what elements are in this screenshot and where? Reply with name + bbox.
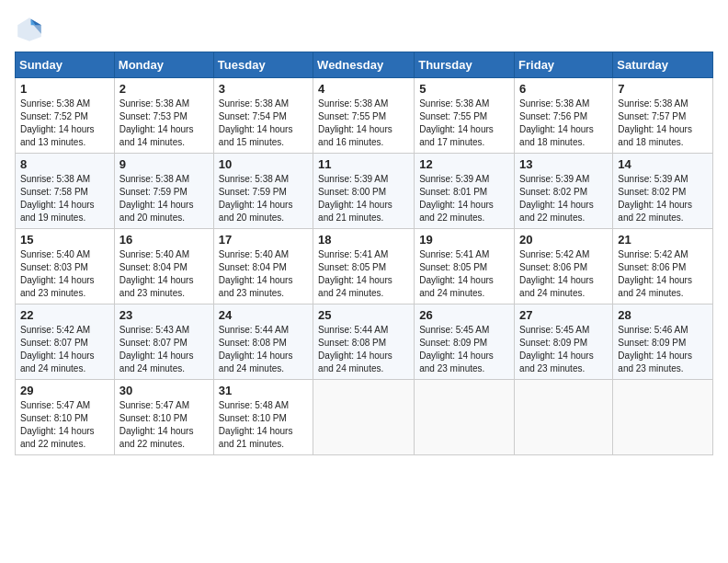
day-info: Sunrise: 5:42 AMSunset: 8:06 PMDaylight:… — [519, 248, 608, 300]
calendar-cell: 8Sunrise: 5:38 AMSunset: 7:58 PMDaylight… — [16, 154, 115, 229]
day-info: Sunrise: 5:39 AMSunset: 8:00 PMDaylight:… — [318, 173, 409, 224]
day-number: 26 — [419, 308, 509, 322]
day-number: 6 — [519, 82, 608, 96]
day-info: Sunrise: 5:44 AMSunset: 8:08 PMDaylight:… — [318, 324, 409, 375]
day-number: 3 — [219, 82, 308, 96]
day-info: Sunrise: 5:41 AMSunset: 8:05 PMDaylight:… — [318, 248, 409, 300]
day-number: 20 — [519, 233, 608, 247]
calendar-header-row: SundayMondayTuesdayWednesdayThursdayFrid… — [16, 52, 713, 78]
calendar-cell: 28Sunrise: 5:46 AMSunset: 8:09 PMDayligh… — [613, 304, 713, 380]
day-number: 16 — [119, 233, 209, 247]
day-number: 13 — [519, 157, 608, 171]
calendar-cell: 30Sunrise: 5:47 AMSunset: 8:10 PMDayligh… — [114, 380, 213, 455]
day-info: Sunrise: 5:38 AMSunset: 7:57 PMDaylight:… — [618, 98, 708, 149]
calendar-cell: 23Sunrise: 5:43 AMSunset: 8:07 PMDayligh… — [114, 304, 213, 380]
calendar-cell: 21Sunrise: 5:42 AMSunset: 8:06 PMDayligh… — [613, 229, 713, 304]
weekday-header-sunday: Sunday — [16, 52, 115, 78]
calendar-cell: 18Sunrise: 5:41 AMSunset: 8:05 PMDayligh… — [313, 229, 415, 304]
calendar-week-row: 1Sunrise: 5:38 AMSunset: 7:52 PMDaylight… — [16, 78, 713, 154]
day-info: Sunrise: 5:38 AMSunset: 7:58 PMDaylight:… — [20, 173, 109, 224]
day-info: Sunrise: 5:44 AMSunset: 8:08 PMDaylight:… — [219, 324, 308, 375]
day-number: 14 — [618, 157, 708, 171]
day-info: Sunrise: 5:39 AMSunset: 8:02 PMDaylight:… — [519, 173, 608, 224]
calendar-cell: 3Sunrise: 5:38 AMSunset: 7:54 PMDaylight… — [213, 78, 313, 154]
calendar-cell: 11Sunrise: 5:39 AMSunset: 8:00 PMDayligh… — [313, 154, 415, 229]
day-info: Sunrise: 5:43 AMSunset: 8:07 PMDaylight:… — [119, 324, 209, 375]
day-info: Sunrise: 5:39 AMSunset: 8:01 PMDaylight:… — [419, 173, 509, 224]
calendar-cell: 24Sunrise: 5:44 AMSunset: 8:08 PMDayligh… — [213, 304, 313, 380]
calendar-cell: 12Sunrise: 5:39 AMSunset: 8:01 PMDayligh… — [415, 154, 515, 229]
calendar-cell: 17Sunrise: 5:40 AMSunset: 8:04 PMDayligh… — [213, 229, 313, 304]
day-number: 22 — [20, 308, 109, 322]
day-info: Sunrise: 5:46 AMSunset: 8:09 PMDaylight:… — [618, 324, 708, 375]
day-number: 31 — [219, 384, 308, 397]
day-info: Sunrise: 5:40 AMSunset: 8:04 PMDaylight:… — [219, 248, 308, 300]
day-number: 17 — [219, 233, 308, 247]
day-number: 27 — [519, 308, 608, 322]
day-info: Sunrise: 5:42 AMSunset: 8:06 PMDaylight:… — [618, 248, 708, 300]
calendar-week-row: 15Sunrise: 5:40 AMSunset: 8:03 PMDayligh… — [16, 229, 713, 304]
calendar-cell: 2Sunrise: 5:38 AMSunset: 7:53 PMDaylight… — [114, 78, 213, 154]
weekday-header-monday: Monday — [114, 52, 213, 78]
day-number: 5 — [419, 82, 509, 96]
day-info: Sunrise: 5:38 AMSunset: 7:55 PMDaylight:… — [318, 98, 409, 149]
calendar-cell: 25Sunrise: 5:44 AMSunset: 8:08 PMDayligh… — [313, 304, 415, 380]
day-info: Sunrise: 5:38 AMSunset: 7:56 PMDaylight:… — [519, 98, 608, 149]
day-info: Sunrise: 5:40 AMSunset: 8:03 PMDaylight:… — [20, 248, 109, 300]
calendar-cell: 31Sunrise: 5:48 AMSunset: 8:10 PMDayligh… — [213, 380, 313, 455]
calendar-week-row: 8Sunrise: 5:38 AMSunset: 7:58 PMDaylight… — [16, 154, 713, 229]
day-info: Sunrise: 5:45 AMSunset: 8:09 PMDaylight:… — [519, 324, 608, 375]
day-info: Sunrise: 5:38 AMSunset: 7:59 PMDaylight:… — [119, 173, 209, 224]
day-number: 21 — [618, 233, 708, 247]
day-info: Sunrise: 5:47 AMSunset: 8:10 PMDaylight:… — [20, 399, 109, 451]
calendar-cell — [415, 380, 515, 455]
calendar-cell: 7Sunrise: 5:38 AMSunset: 7:57 PMDaylight… — [613, 78, 713, 154]
calendar-cell: 26Sunrise: 5:45 AMSunset: 8:09 PMDayligh… — [415, 304, 515, 380]
day-info: Sunrise: 5:48 AMSunset: 8:10 PMDaylight:… — [219, 399, 308, 451]
day-number: 9 — [119, 157, 209, 171]
day-number: 15 — [20, 233, 109, 247]
day-number: 2 — [119, 82, 209, 96]
day-number: 4 — [318, 82, 409, 96]
logo-icon — [15, 15, 44, 44]
day-number: 19 — [419, 233, 509, 247]
calendar-table: SundayMondayTuesdayWednesdayThursdayFrid… — [15, 52, 713, 455]
calendar-cell: 9Sunrise: 5:38 AMSunset: 7:59 PMDaylight… — [114, 154, 213, 229]
calendar-cell: 27Sunrise: 5:45 AMSunset: 8:09 PMDayligh… — [515, 304, 613, 380]
calendar-cell: 4Sunrise: 5:38 AMSunset: 7:55 PMDaylight… — [313, 78, 415, 154]
day-info: Sunrise: 5:40 AMSunset: 8:04 PMDaylight:… — [119, 248, 209, 300]
weekday-header-saturday: Saturday — [613, 52, 713, 78]
weekday-header-wednesday: Wednesday — [313, 52, 415, 78]
day-number: 29 — [20, 384, 109, 397]
calendar-cell — [613, 380, 713, 455]
day-number: 30 — [119, 384, 209, 397]
calendar-cell: 20Sunrise: 5:42 AMSunset: 8:06 PMDayligh… — [515, 229, 613, 304]
calendar-cell: 6Sunrise: 5:38 AMSunset: 7:56 PMDaylight… — [515, 78, 613, 154]
day-info: Sunrise: 5:38 AMSunset: 7:59 PMDaylight:… — [219, 173, 308, 224]
calendar-cell: 29Sunrise: 5:47 AMSunset: 8:10 PMDayligh… — [16, 380, 115, 455]
logo — [15, 15, 48, 44]
calendar-cell: 13Sunrise: 5:39 AMSunset: 8:02 PMDayligh… — [515, 154, 613, 229]
calendar-cell — [515, 380, 613, 455]
day-info: Sunrise: 5:39 AMSunset: 8:02 PMDaylight:… — [618, 173, 708, 224]
day-number: 18 — [318, 233, 409, 247]
day-info: Sunrise: 5:38 AMSunset: 7:52 PMDaylight:… — [20, 98, 109, 149]
day-number: 1 — [20, 82, 109, 96]
day-number: 28 — [618, 308, 708, 322]
calendar-cell — [313, 380, 415, 455]
day-number: 8 — [20, 157, 109, 171]
day-number: 11 — [318, 157, 409, 171]
day-number: 25 — [318, 308, 409, 322]
day-number: 10 — [219, 157, 308, 171]
day-info: Sunrise: 5:45 AMSunset: 8:09 PMDaylight:… — [419, 324, 509, 375]
day-info: Sunrise: 5:38 AMSunset: 7:55 PMDaylight:… — [419, 98, 509, 149]
day-number: 7 — [618, 82, 708, 96]
weekday-header-friday: Friday — [515, 52, 613, 78]
weekday-header-thursday: Thursday — [415, 52, 515, 78]
page-header — [15, 15, 713, 44]
calendar-cell: 22Sunrise: 5:42 AMSunset: 8:07 PMDayligh… — [16, 304, 115, 380]
calendar-cell: 14Sunrise: 5:39 AMSunset: 8:02 PMDayligh… — [613, 154, 713, 229]
weekday-header-tuesday: Tuesday — [213, 52, 313, 78]
calendar-week-row: 22Sunrise: 5:42 AMSunset: 8:07 PMDayligh… — [16, 304, 713, 380]
calendar-cell: 1Sunrise: 5:38 AMSunset: 7:52 PMDaylight… — [16, 78, 115, 154]
